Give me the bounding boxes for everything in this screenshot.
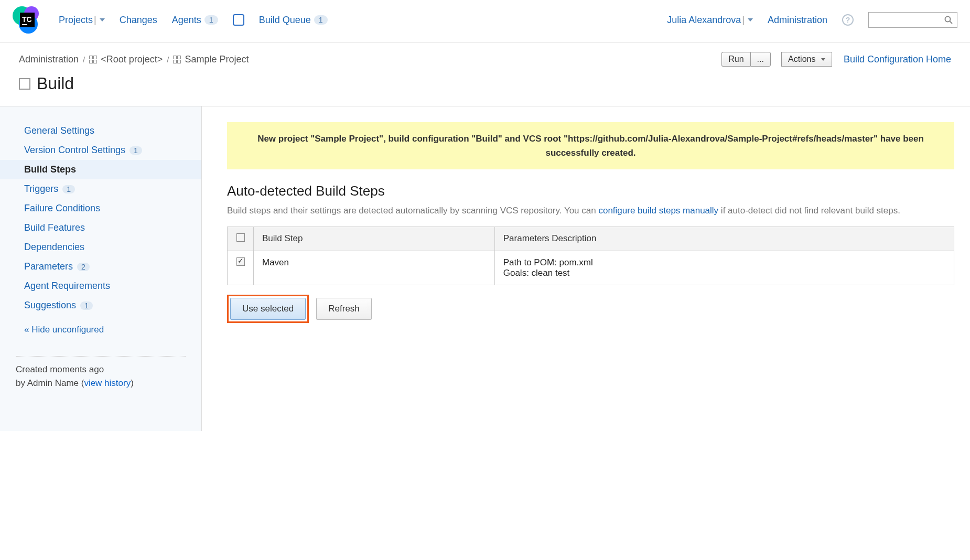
sidebar-badge: 1 xyxy=(62,185,75,193)
sidebar-item-label: Version Control Settings xyxy=(24,145,125,156)
sidebar-item-label: Build Steps xyxy=(24,164,76,175)
col-params: Parameters Description xyxy=(494,227,954,251)
nav-divider: | xyxy=(94,15,96,26)
build-steps-table: Build Step Parameters Description MavenP… xyxy=(227,227,954,285)
sidebar-item-label: Build Features xyxy=(24,222,85,233)
highlight-box: Use selected xyxy=(227,295,309,323)
sidebar-item-version-control-settings[interactable]: Version Control Settings1 xyxy=(0,141,201,160)
table-row: MavenPath to POM: pom.xml Goals: clean t… xyxy=(228,251,954,285)
breadcrumb-sep: / xyxy=(83,55,85,64)
hide-unconfigured-link[interactable]: « Hide unconfigured xyxy=(0,315,201,335)
view-history-link[interactable]: view history xyxy=(84,378,131,388)
agents-count-badge: 1 xyxy=(204,15,218,25)
use-selected-button[interactable]: Use selected xyxy=(230,298,306,320)
search-icon xyxy=(944,16,953,24)
pin-icon[interactable] xyxy=(233,14,244,26)
main-content: New project "Sample Project", build conf… xyxy=(202,106,970,431)
sidebar-item-triggers[interactable]: Triggers1 xyxy=(0,179,201,199)
teamcity-logo: TC xyxy=(13,5,42,35)
sidebar-item-build-steps[interactable]: Build Steps xyxy=(0,160,201,179)
nav-user[interactable]: Julia Alexandrova | xyxy=(667,15,753,26)
build-config-home-link[interactable]: Build Configuration Home xyxy=(844,54,951,65)
help-icon[interactable]: ? xyxy=(842,14,854,26)
configure-manually-link[interactable]: configure build steps manually xyxy=(598,206,718,216)
cell-params: Path to POM: pom.xml Goals: clean test xyxy=(494,251,954,285)
sidebar-item-label: General Settings xyxy=(24,125,94,136)
search-input[interactable] xyxy=(868,12,957,28)
created-line1: Created moments ago xyxy=(16,363,201,376)
queue-count-badge: 1 xyxy=(314,15,328,25)
breadcrumb-sep: / xyxy=(167,55,169,64)
chevron-down-icon xyxy=(100,18,105,21)
actions-dropdown[interactable]: Actions xyxy=(781,52,832,67)
main-layout: General SettingsVersion Control Settings… xyxy=(0,106,970,431)
top-nav: TC Projects | Changes Agents 1 Build Que… xyxy=(0,0,970,42)
sidebar-item-general-settings[interactable]: General Settings xyxy=(0,121,201,141)
col-build-step: Build Step xyxy=(254,227,495,251)
sidebar-item-suggestions[interactable]: Suggestions1 xyxy=(0,296,201,315)
breadcrumb-root[interactable]: <Root project> xyxy=(101,54,163,65)
nav-divider: | xyxy=(742,15,745,26)
row-checkbox[interactable] xyxy=(236,257,245,266)
sidebar-item-failure-conditions[interactable]: Failure Conditions xyxy=(0,199,201,218)
breadcrumb-row: Administration / <Root project> / Sample… xyxy=(0,42,970,67)
sidebar-item-label: Failure Conditions xyxy=(24,203,100,214)
sidebar-item-parameters[interactable]: Parameters2 xyxy=(0,257,201,276)
nav-projects[interactable]: Projects | xyxy=(59,15,105,26)
section-subtext: Build steps and their settings are detec… xyxy=(227,203,954,218)
sidebar-item-label: Agent Requirements xyxy=(24,281,110,292)
sidebar-badge: 1 xyxy=(80,301,93,310)
created-line2: by Admin Name (view history) xyxy=(16,376,201,390)
success-banner: New project "Sample Project", build conf… xyxy=(227,122,954,169)
sidebar-badge: 1 xyxy=(130,146,142,155)
actions-label: Actions xyxy=(788,55,815,63)
svg-point-6 xyxy=(945,17,951,22)
sidebar-item-dependencies[interactable]: Dependencies xyxy=(0,238,201,257)
project-icon xyxy=(173,56,180,63)
nav-agents[interactable]: Agents 1 xyxy=(172,15,218,26)
nav-changes[interactable]: Changes xyxy=(120,15,157,26)
nav-administration[interactable]: Administration xyxy=(768,15,827,26)
sidebar-item-label: Triggers xyxy=(24,184,58,195)
nav-projects-label: Projects xyxy=(59,15,93,26)
svg-line-7 xyxy=(950,21,953,24)
run-more-button[interactable]: ... xyxy=(750,52,771,67)
run-button[interactable]: Run xyxy=(721,52,750,67)
breadcrumb-admin[interactable]: Administration xyxy=(19,54,79,65)
select-all-checkbox[interactable] xyxy=(236,233,245,242)
project-icon xyxy=(89,56,96,63)
svg-rect-5 xyxy=(22,24,27,25)
page-title: Build xyxy=(37,74,74,93)
sidebar-item-label: Dependencies xyxy=(24,242,84,253)
section-heading: Auto-detected Build Steps xyxy=(227,183,954,199)
breadcrumb-project[interactable]: Sample Project xyxy=(185,54,249,65)
chevron-down-icon xyxy=(748,18,753,21)
nav-build-queue-label: Build Queue xyxy=(259,15,311,26)
sidebar-badge: 2 xyxy=(77,263,90,271)
nav-build-queue[interactable]: Build Queue 1 xyxy=(259,15,328,26)
cell-build-step: Maven xyxy=(254,251,495,285)
button-row: Use selected Refresh xyxy=(227,295,954,323)
run-button-group: Run ... xyxy=(721,52,771,67)
nav-agents-label: Agents xyxy=(172,15,201,26)
sidebar-item-agent-requirements[interactable]: Agent Requirements xyxy=(0,276,201,296)
sidebar: General SettingsVersion Control Settings… xyxy=(0,106,202,431)
build-icon xyxy=(19,78,30,90)
svg-text:TC: TC xyxy=(22,15,32,24)
page-title-row: Build xyxy=(0,67,970,106)
sidebar-item-build-features[interactable]: Build Features xyxy=(0,218,201,238)
nav-user-label: Julia Alexandrova xyxy=(667,15,741,26)
sidebar-item-label: Suggestions xyxy=(24,300,76,311)
refresh-button[interactable]: Refresh xyxy=(316,298,372,320)
sidebar-separator xyxy=(16,356,186,357)
sidebar-item-label: Parameters xyxy=(24,261,73,272)
chevron-down-icon xyxy=(821,58,825,61)
created-info: Created moments ago by Admin Name (view … xyxy=(0,363,201,390)
